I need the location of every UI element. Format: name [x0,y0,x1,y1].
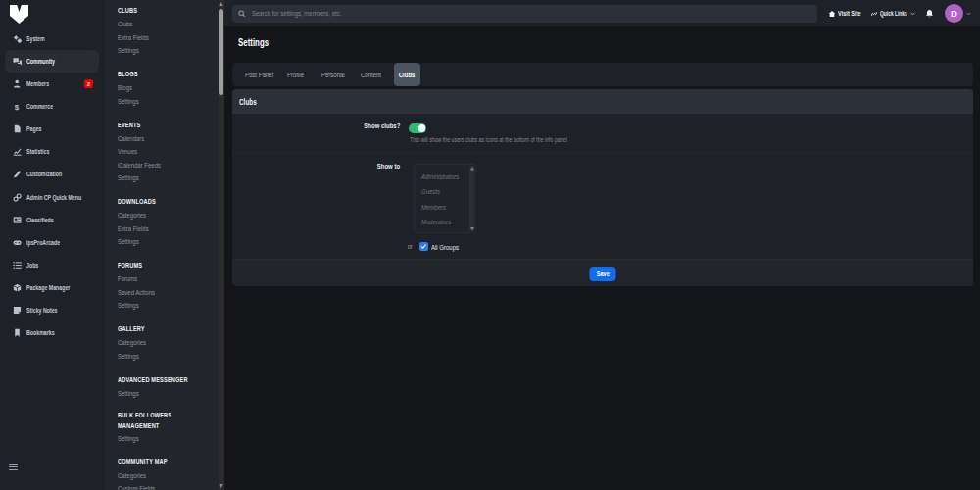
or-label: or [408,242,413,251]
sidebar-item-package-manager[interactable]: Package Manager [5,276,99,299]
gears-icon [13,34,22,43]
sidebar-item-statistics[interactable]: Statistics [5,140,99,163]
submenu-item-icalendar-feeds[interactable]: iCalendar Feeds [118,161,161,170]
sidebar-item-members[interactable]: Members2 [5,73,99,95]
file-icon [13,124,22,133]
submenu-item-custom-fields[interactable]: Custom Fields [118,484,155,490]
listbox-option-moderators[interactable]: Moderators [421,215,475,229]
all-groups-checkbox[interactable] [419,242,428,251]
submenu-item-categories[interactable]: Categories [118,211,146,220]
submenu-item-clubs[interactable]: Clubs [118,20,132,28]
sidebar-item-sticky-notes[interactable]: Sticky Notes [5,299,99,321]
submenu-item-settings[interactable]: Settings [118,301,139,310]
submenu-section-title: BLOGS [118,70,138,80]
sidebar-item-label: Package Manager [26,284,70,291]
scroll-up-icon [470,167,474,171]
listbox-option-members[interactable]: Members [421,200,475,215]
submenu-item-extra-fields[interactable]: Extra Fields [118,33,149,42]
tab-content[interactable]: Content [361,63,388,86]
sidebar-item-label: Statistics [26,148,49,155]
sidebar-item-system[interactable]: System [5,27,99,50]
submenu-item-saved-actions[interactable]: Saved Actions [118,288,155,297]
panel-header: Clubs [232,89,973,114]
sidebar-item-admin-cp-quick-menu[interactable]: Admin CP Quick Menu [5,185,99,208]
submenu-section-forums: FORUMSForumsSaved ActionsSettings [118,260,224,313]
submenu-item-settings[interactable]: Settings [118,173,139,182]
submenu-item-settings[interactable]: Settings [118,389,139,398]
menu-icon[interactable] [9,464,18,470]
bell-icon[interactable] [925,0,934,26]
sidebar-item-bookmarks[interactable]: Bookmarks [5,321,99,344]
show-clubs-toggle[interactable] [409,123,426,133]
submenu-item-settings[interactable]: Settings [118,352,139,361]
sidebar-item-customization[interactable]: Customization [5,163,99,185]
home-icon[interactable] [828,0,836,26]
submenu-item-venues[interactable]: Venues [118,147,137,156]
quick-links-icon[interactable] [870,0,878,26]
sidebar-item-label: Bookmarks [26,329,55,336]
sidebar-item-jobs[interactable]: Jobs [5,254,99,276]
sidebar-item-label: Community [26,58,55,65]
scroll-down-icon [470,227,474,231]
sidebar-item-label: Admin CP Quick Menu [26,194,81,201]
listbox-option-guests[interactable]: Guests [421,184,475,199]
visit-site-link[interactable]: Visit Site [838,0,869,26]
link-icon [13,193,22,202]
chat-icon [13,57,22,66]
submenu-item-categories[interactable]: Categories [118,338,146,347]
tab-personal[interactable]: Personal [321,63,353,86]
form-row-show-clubs: Show clubs? This will show the users clu… [232,114,973,154]
submenu-section-gallery: GALLERYCategoriesSettings [118,323,224,364]
invision-logo-icon[interactable] [10,5,28,24]
submenu-item-settings[interactable]: Settings [118,237,139,246]
submenu-scrollbar[interactable] [219,0,224,490]
submenu-section-title: DOWNLOADS [118,197,156,208]
sidebar-item-label: Sticky Notes [26,307,58,314]
gamepad-icon [13,238,22,247]
submenu-item-calendars[interactable]: Calendars [118,134,144,143]
save-button[interactable]: Save [590,267,616,281]
notification-badge: 2 [84,79,93,88]
tab-clubs[interactable]: Clubs [394,63,420,86]
submenu-item-forums[interactable]: Forums [118,274,137,283]
sidebar-item-classifieds[interactable]: Classifieds [5,209,99,231]
chart-icon [13,147,22,156]
sidebar-item-pages[interactable]: Pages [5,118,99,140]
listbox-scrollbar[interactable] [469,166,474,231]
submenu-item-settings[interactable]: Settings [118,97,139,106]
submenu-section-blogs: BLOGSBlogsSettings [118,69,224,109]
submenu-section-downloads: DOWNLOADSCategoriesExtra FieldsSettings [118,196,224,249]
tab-post-panel[interactable]: Post Panel [245,63,283,86]
submenu-section-bulk-followers-management: BULK FOLLOWERS MANAGEMENTSettings [118,411,224,445]
show-clubs-label: Show clubs? [364,122,400,130]
submenu-section-advanced-messenger: ADVANCED MESSENGERSettings [118,373,224,400]
tab-profile[interactable]: Profile [287,63,310,86]
submenu-section-title: CLUBS [118,6,137,17]
sidebar-item-commerce[interactable]: $Commerce [5,95,99,118]
settings-panel: Clubs Show clubs? This will show the use… [232,89,973,286]
submenu-section-clubs: CLUBSClubsExtra FieldsSettings [118,5,224,58]
submenu-section-title: ADVANCED MESSENGER [118,375,188,386]
search-input[interactable]: Search for settings, members, etc. [232,5,817,23]
sidebar-item-label: ipsProArcade [26,239,60,246]
submenu-item-settings[interactable]: Settings [118,46,139,55]
sidebar-item-community[interactable]: Community [5,50,99,73]
sidebar-item-label: Pages [26,125,41,132]
submenu-item-settings[interactable]: Settings [118,434,139,443]
sidebar-item-label: System [26,35,45,42]
person-icon [13,79,22,88]
sidebar-item-ipsproarcade[interactable]: ipsProArcade [5,231,99,254]
sidebar-item-label: Commerce [26,103,53,110]
scrollbar-thumb[interactable] [219,9,223,95]
chevron-down-icon [910,0,915,26]
listbox-option-administrators[interactable]: Administrators [421,170,475,184]
show-to-listbox[interactable]: AdministratorsGuestsMembersModerators [414,164,476,233]
avatar[interactable]: D [945,4,963,23]
submenu-item-extra-fields[interactable]: Extra Fields [118,224,149,233]
avatar-chevron-down-icon[interactable] [966,0,971,26]
submenu-item-categories[interactable]: Categories [118,471,146,480]
submenu-item-blogs[interactable]: Blogs [118,83,132,92]
submenu-section-title: BULK FOLLOWERS MANAGEMENT [118,411,193,431]
show-clubs-help: This will show the users clubs as icons … [410,136,567,143]
tabs-bar: Post PanelProfilePersonalContentClubs [232,63,973,86]
